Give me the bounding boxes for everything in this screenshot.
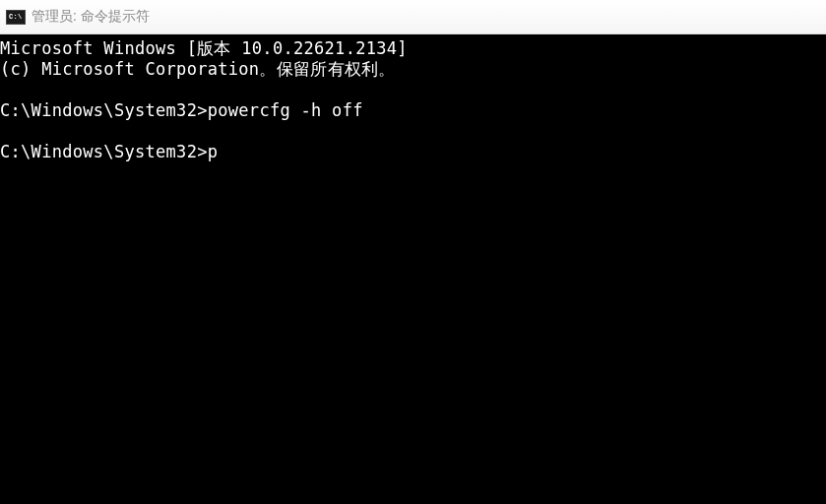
terminal-area[interactable]: Microsoft Windows [版本 10.0.22621.2134] (…: [0, 34, 826, 504]
terminal-command: powercfg -h off: [208, 100, 363, 120]
terminal-prompt-line-1: C:\Windows\System32>powercfg -h off: [0, 100, 826, 121]
window-title: 管理员: 命令提示符: [32, 8, 150, 26]
terminal-prompt-path: C:\Windows\System32>: [0, 100, 208, 120]
terminal-blank-line: [0, 80, 826, 100]
window-titlebar[interactable]: C:\ 管理员: 命令提示符: [0, 0, 826, 34]
terminal-prompt-line-2[interactable]: C:\Windows\System32>p: [0, 142, 826, 162]
terminal-blank-line: [0, 121, 826, 142]
cmd-icon: C:\: [6, 10, 26, 25]
cmd-icon-text: C:\: [9, 13, 23, 21]
terminal-prompt-path: C:\Windows\System32>: [0, 142, 208, 161]
terminal-input[interactable]: p: [208, 142, 219, 161]
terminal-output-copyright: (c) Microsoft Corporation。保留所有权利。: [0, 59, 826, 80]
terminal-output-version: Microsoft Windows [版本 10.0.22621.2134]: [0, 38, 826, 59]
